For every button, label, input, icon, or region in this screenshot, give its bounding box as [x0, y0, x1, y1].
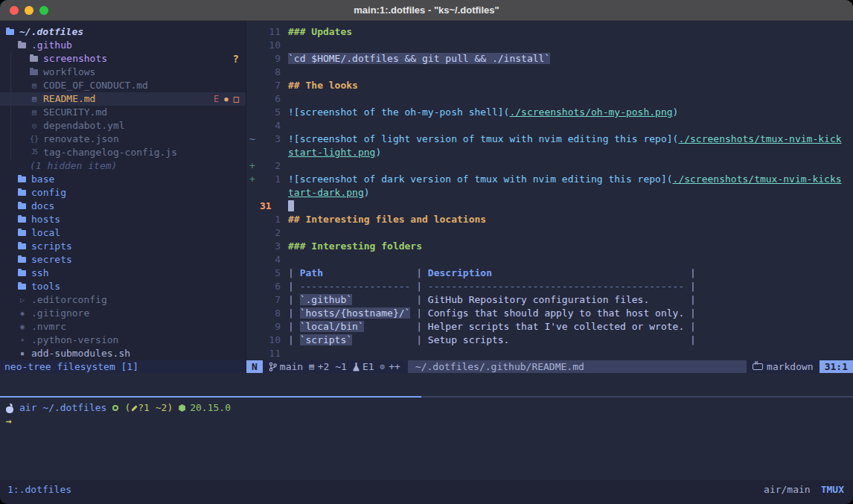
editor-line[interactable]: 10: [246, 39, 853, 52]
syntax-pipe: |: [352, 294, 428, 305]
titlebar[interactable]: main:1:.dotfiles - "ks~/.dotfiles": [0, 0, 853, 21]
indent-guide: [0, 146, 30, 159]
editor-buffer[interactable]: 11### Updates109`cd $HOME/.dotfiles && g…: [246, 21, 853, 360]
editor-line[interactable]: 9`cd $HOME/.dotfiles && git pull && ./in…: [246, 52, 853, 66]
indent-guide: [0, 226, 18, 240]
tree-item-screenshots[interactable]: screenshots?: [0, 52, 246, 66]
editor-line[interactable]: 5| Path | Description |: [246, 267, 853, 280]
cursor-block: [288, 200, 294, 211]
node-file-icon: ◉: [18, 320, 27, 334]
tree-item-label: secrets: [31, 253, 72, 267]
tree-item-security-md[interactable]: ▤SECURITY.md: [0, 106, 246, 119]
line-text: tart-dark.png): [281, 186, 370, 200]
tree-item-editorconfig[interactable]: ▷.editorconfig: [0, 293, 246, 307]
tree-item-renovate-json[interactable]: {}renovate.json: [0, 133, 246, 146]
tree-item-local[interactable]: local: [0, 226, 246, 240]
editor-line[interactable]: 8: [246, 66, 853, 79]
indent-guide: [0, 253, 18, 267]
syntax-code: `hosts/{hostname}/`: [300, 307, 411, 319]
tree-item-hosts[interactable]: hosts: [0, 213, 246, 226]
gutter-sign: [246, 92, 258, 106]
editor-line[interactable]: 11### Updates: [246, 25, 853, 39]
marker-sq-icon: □: [234, 92, 239, 106]
editor-line[interactable]: 3### Interesting folders: [246, 240, 853, 253]
gutter-sign: [246, 25, 258, 39]
line-text: [281, 347, 288, 360]
editor-line[interactable]: 9| `local/bin` | Helper scripts that I'v…: [246, 320, 853, 334]
tree-item-tools[interactable]: tools: [0, 280, 246, 293]
indent-guide: [0, 159, 30, 173]
editor-line[interactable]: +2: [246, 159, 853, 173]
line-number: 7: [258, 293, 281, 307]
editor-line[interactable]: 5![screenshot of the oh-my-posh shell](.…: [246, 106, 853, 119]
line-number: 8: [258, 307, 281, 320]
editor-line[interactable]: 7## The looks: [246, 79, 853, 92]
editor-line[interactable]: 10| `scripts` | Setup scripts. |: [246, 334, 853, 347]
line-number: [258, 146, 281, 159]
tmux-window-tab[interactable]: 1:.dotfiles: [7, 484, 71, 495]
prompt-input-line[interactable]: →: [6, 415, 853, 428]
editor-line[interactable]: 4: [246, 119, 853, 133]
tmux-pane-divider[interactable]: [0, 396, 853, 398]
line-number: 1: [258, 213, 281, 226]
folder-icon: [18, 190, 26, 196]
editor-line[interactable]: 2: [246, 226, 853, 240]
editor-line[interactable]: 1## Interesting files and locations: [246, 213, 853, 226]
indent-guide: [0, 106, 30, 119]
markdown-file-icon: ▤: [30, 79, 39, 92]
editor-line[interactable]: +1![screenshot of dark version of tmux w…: [246, 173, 853, 186]
tree-item-python-version[interactable]: ∗.python-version: [0, 334, 246, 347]
tree-item-github[interactable]: .github: [0, 39, 246, 52]
tree-item-label: .nvmrc: [31, 320, 66, 334]
tree-item-code-of-conduct-md[interactable]: ▤CODE_OF_CONDUCT.md: [0, 79, 246, 92]
tree-item-gitignore[interactable]: ◆.gitignore: [0, 307, 246, 320]
syntax-text: GitHub Repository configuration files.: [428, 294, 649, 305]
tree-item-secrets[interactable]: secrets: [0, 253, 246, 267]
tree-item-ssh[interactable]: ssh: [0, 267, 246, 280]
editor-line[interactable]: 31: [246, 200, 853, 213]
editor-line[interactable]: ~3![screenshot of light version of tmux …: [246, 133, 853, 146]
tree-item-label: docs: [31, 200, 54, 213]
folder-icon: [18, 284, 26, 290]
tree-item-base[interactable]: base: [0, 173, 246, 186]
tree-item-dependabot-yml[interactable]: ◎dependabot.yml: [0, 119, 246, 133]
editor-line[interactable]: 11: [246, 347, 853, 360]
tree-item-scripts[interactable]: scripts: [0, 240, 246, 253]
close-button[interactable]: [10, 6, 19, 15]
tree-item-nvmrc[interactable]: ◉.nvmrc: [0, 320, 246, 334]
shell-pane[interactable]: air ~/.dotfiles ( ?1 ~2 ) 20.15.0 →: [0, 398, 853, 480]
minimize-button[interactable]: [25, 6, 33, 15]
tree-item-label: local: [31, 226, 60, 240]
line-number: 1: [258, 173, 281, 186]
line-number: 9: [258, 52, 281, 66]
editor-line-wrap[interactable]: tart-dark.png): [246, 186, 853, 200]
tree-item-dotfiles[interactable]: ~/.dotfiles: [0, 25, 246, 39]
tree-item-workflows[interactable]: workflows: [0, 66, 246, 79]
editor-line[interactable]: 4: [246, 253, 853, 267]
editor-window[interactable]: 11### Updates109`cd $HOME/.dotfiles && g…: [246, 21, 853, 373]
line-number: 6: [258, 92, 281, 106]
tree-item-label: SECURITY.md: [43, 106, 107, 119]
prompt-hostname: air: [19, 401, 36, 415]
editor-line[interactable]: 6: [246, 92, 853, 106]
syntax-dash: ----------------------------------------…: [428, 281, 684, 292]
tree-item-docs[interactable]: docs: [0, 200, 246, 213]
tree-item-label: add-submodules.sh: [31, 347, 130, 360]
tree-item-add-submodules-sh[interactable]: ▪add-submodules.sh: [0, 347, 246, 360]
syntax-dash: -------------------: [300, 281, 411, 292]
neo-tree-statusline: neo-tree filesystem [1]: [0, 360, 246, 373]
syntax-pipe: |: [410, 307, 427, 319]
tree-item-1-hidden-item[interactable]: (1 hidden item): [0, 159, 246, 173]
gutter-sign: +: [246, 159, 258, 173]
syntax-link: ![screenshot of the oh-my-posh shell](: [288, 106, 509, 118]
tree-item-tag-changelog-config-js[interactable]: JStag-changelog-config.js: [0, 146, 246, 159]
editor-line-wrap[interactable]: start-light.png): [246, 146, 853, 159]
tree-item-readme-md[interactable]: ▤README.mdE●□: [0, 92, 246, 106]
indent-guide: [0, 293, 18, 307]
tree-item-config[interactable]: config: [0, 186, 246, 200]
editor-line[interactable]: 8| `hosts/{hostname}/` | Configs that sh…: [246, 307, 853, 320]
line-text: ## The looks: [281, 79, 358, 92]
editor-line[interactable]: 7| `.github` | GitHub Repository configu…: [246, 293, 853, 307]
editor-line[interactable]: 6| ------------------- | ---------------…: [246, 280, 853, 293]
maximize-button[interactable]: [39, 6, 48, 15]
